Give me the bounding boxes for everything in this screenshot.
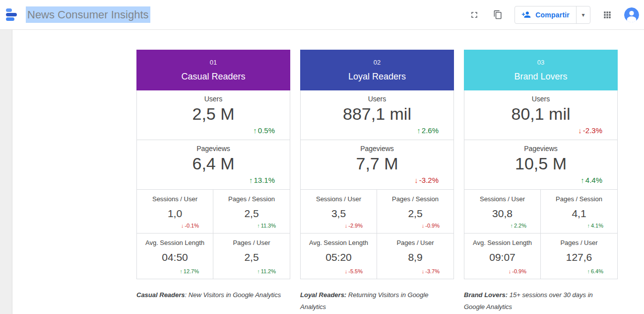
metric-value: 6,4 M xyxy=(137,154,290,173)
footnote-lead: Casual Readers xyxy=(136,291,185,299)
delta-value: -3.2% xyxy=(419,176,439,184)
metric-label: Pageviews xyxy=(464,145,617,153)
pages-per-user-cell: Pages / User 127,6 ↑6.4% xyxy=(541,234,618,279)
report-title[interactable]: News Consumer Insights xyxy=(26,6,150,23)
metric-delta: ↑2.2% xyxy=(510,223,526,229)
pageviews-scorecard: Pageviews 6,4 M ↑13.1% xyxy=(136,140,290,190)
trend-up-icon: ↑ xyxy=(257,268,260,274)
metric-label: Users xyxy=(301,95,453,103)
apps-grid-button[interactable] xyxy=(601,8,614,21)
share-button[interactable]: Compartir ▾ xyxy=(515,6,590,24)
metric-delta: ↓-0.9% xyxy=(509,268,526,274)
metric-value: 2,5 xyxy=(213,208,290,220)
trend-down-icon: ↓ xyxy=(422,268,425,274)
metric-label: Pages / Session xyxy=(541,195,617,203)
panel-number: 01 xyxy=(136,59,290,66)
canvas-left-gutter xyxy=(0,30,12,314)
metric-delta: ↑11.2% xyxy=(257,268,276,274)
users-scorecard: Users 2,5 M ↑0.5% xyxy=(136,90,290,140)
metric-delta: ↑6.4% xyxy=(587,268,603,274)
fullscreen-button[interactable] xyxy=(468,8,481,21)
delta-value: 4.1% xyxy=(591,223,603,229)
metric-value: 127,6 xyxy=(541,251,617,263)
delta-value: -0.1% xyxy=(185,223,199,229)
trend-down-icon: ↓ xyxy=(509,268,512,274)
logo-bar xyxy=(6,8,12,12)
metric-value: 1,0 xyxy=(137,208,213,220)
delta-value: -2.9% xyxy=(348,223,363,229)
metric-label: Users xyxy=(137,95,290,103)
chevron-down-icon: ▾ xyxy=(581,11,584,18)
panel-footnote: Loyal Readers: Returning Visitors in Goo… xyxy=(300,289,451,313)
metric-label: Avg. Session Length xyxy=(464,239,540,246)
metric-value: 2,5 xyxy=(213,251,290,263)
metric-delta: ↑4.4% xyxy=(580,176,602,184)
trend-up-icon: ↑ xyxy=(180,268,183,274)
metric-label: Avg. Session Length xyxy=(301,239,377,246)
metric-cell-row: Avg. Session Length 09:07 ↓-0.9% Pages /… xyxy=(464,234,618,279)
metric-delta: ↓-0.9% xyxy=(422,223,440,229)
metric-cell-row: Sessions / User 1,0 ↓-0.1% Pages / Sessi… xyxy=(136,190,290,234)
avg-session-length-cell: Avg. Session Length 09:07 ↓-0.9% xyxy=(464,234,541,279)
trend-up-icon: ↑ xyxy=(587,268,590,274)
report-title-container: News Consumer Insights xyxy=(26,8,150,21)
metric-delta: ↓-5.5% xyxy=(345,268,363,274)
metric-cell-row: Avg. Session Length 04:50 ↑12.7% Pages /… xyxy=(136,234,290,279)
metric-label: Users xyxy=(464,95,617,103)
sessions-per-user-cell: Sessions / User 30,8 ↑2.2% xyxy=(464,190,541,234)
metric-value: 2,5 xyxy=(377,208,453,220)
trend-down-icon: ↓ xyxy=(181,223,184,229)
trend-down-icon: ↓ xyxy=(345,268,348,274)
metric-delta: ↓-2.9% xyxy=(345,223,363,229)
segment-panel-brand-lovers: 03 Brand Lovers Users 80,1 mil ↓-2.3% Pa… xyxy=(464,50,618,313)
metric-value: 7,7 M xyxy=(301,154,453,173)
delta-value: 2.2% xyxy=(514,223,526,229)
data-studio-logo[interactable] xyxy=(6,7,21,22)
panel-number: 02 xyxy=(300,59,454,66)
trend-up-icon: ↑ xyxy=(249,176,253,184)
metric-value: 30,8 xyxy=(464,208,540,220)
footnote-rest: : New Visitors in Google Analytics xyxy=(185,291,281,299)
pageviews-scorecard: Pageviews 7,7 M ↓-3.2% xyxy=(300,140,454,190)
users-scorecard: Users 80,1 mil ↓-2.3% xyxy=(464,90,618,140)
pages-per-user-cell: Pages / User 2,5 ↑11.2% xyxy=(213,234,290,279)
metric-value: 8,9 xyxy=(377,251,453,263)
delta-value: 13.1% xyxy=(254,176,275,184)
avatar-person-icon xyxy=(624,7,639,22)
fullscreen-icon xyxy=(469,10,479,20)
delta-value: 11.3% xyxy=(261,223,276,229)
copy-icon xyxy=(493,10,503,19)
metric-cell-row: Sessions / User 3,5 ↓-2.9% Pages / Sessi… xyxy=(300,190,454,234)
copy-report-button[interactable] xyxy=(491,8,504,21)
share-dropdown-caret[interactable]: ▾ xyxy=(577,6,590,23)
metric-cell-row: Sessions / User 30,8 ↑2.2% Pages / Sessi… xyxy=(464,190,618,234)
delta-value: 11.2% xyxy=(261,268,276,274)
metric-cell-row: Avg. Session Length 05:20 ↓-5.5% Pages /… xyxy=(300,234,454,279)
metric-label: Sessions / User xyxy=(464,195,540,203)
metric-label: Pages / User xyxy=(213,239,290,246)
metric-delta: ↑11.3% xyxy=(257,223,276,229)
trend-down-icon: ↓ xyxy=(578,126,582,135)
account-avatar[interactable] xyxy=(624,7,639,22)
pages-per-session-cell: Pages / Session 4,1 ↑4.1% xyxy=(541,190,618,234)
trend-up-icon: ↑ xyxy=(417,126,421,135)
panel-header: 02 Loyal Readers xyxy=(300,50,454,90)
metric-delta: ↑4.1% xyxy=(587,223,603,229)
metric-delta: ↓-2.3% xyxy=(578,126,602,135)
footnote-lead: Loyal Readers: xyxy=(300,291,346,299)
metric-value: 4,1 xyxy=(541,208,617,220)
metric-value: 05:20 xyxy=(301,251,377,263)
delta-value: 0.5% xyxy=(258,126,275,135)
metric-delta: ↓-3.7% xyxy=(422,268,440,274)
metric-value: 09:07 xyxy=(464,251,540,263)
metric-label: Pages / Session xyxy=(213,195,290,203)
delta-value: -2.3% xyxy=(583,126,602,135)
logo-bar xyxy=(6,17,14,21)
metric-label: Pageviews xyxy=(137,145,290,153)
users-scorecard: Users 887,1 mil ↑2.6% xyxy=(300,90,454,140)
panel-footnote: Brand Lovers: 15+ sessions over 30 days … xyxy=(464,289,615,313)
delta-value: 12.7% xyxy=(184,268,199,274)
trend-down-icon: ↓ xyxy=(345,223,348,229)
panel-number: 03 xyxy=(464,59,618,66)
share-button-main[interactable]: Compartir xyxy=(515,6,576,23)
